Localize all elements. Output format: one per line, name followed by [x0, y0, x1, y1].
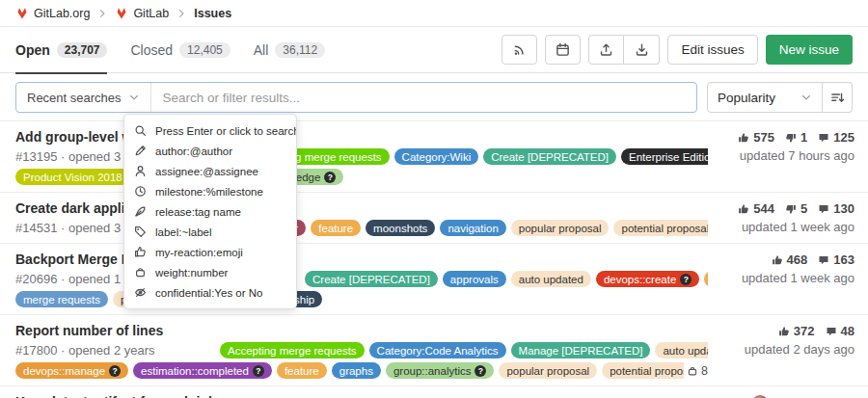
issue-title[interactable]: Keep latest artifact for each job: [15, 394, 708, 398]
pencil-icon: [134, 145, 147, 157]
comment-icon: [818, 132, 829, 144]
issue-label[interactable]: Manage [DEPRECATED]: [511, 342, 651, 358]
tab-open[interactable]: Open 23,707: [15, 27, 107, 73]
downvotes: 1: [785, 130, 807, 145]
updated-timestamp: updated 2 days ago: [708, 342, 854, 357]
issue-label[interactable]: devops::manage?: [15, 362, 128, 379]
issue-title[interactable]: Report number of lines: [15, 323, 708, 338]
issue-label[interactable]: auto updated: [655, 342, 708, 358]
weight-icon: [687, 365, 698, 377]
updated-timestamp: updated 7 hours ago: [708, 148, 854, 163]
comments-count: 130: [818, 201, 854, 216]
download-icon: [635, 42, 649, 57]
issue-label[interactable]: potential proposal: [613, 220, 708, 236]
issue-label[interactable]: popular proposal: [511, 220, 610, 236]
filter-option-confidential[interactable]: confidential:Yes or No: [124, 282, 296, 303]
search-input[interactable]: [151, 91, 696, 105]
rocket-icon: [134, 205, 147, 218]
issue-label[interactable]: estimation::completed?: [133, 362, 272, 379]
issue-label[interactable]: Create [DEPRECATED]: [305, 271, 438, 287]
scoped-label-help-icon[interactable]: ?: [253, 365, 264, 377]
issue-label[interactable]: Category:Wiki: [394, 148, 479, 165]
upvotes: 468: [772, 252, 808, 267]
issue-label[interactable]: navigation: [440, 220, 505, 236]
issue-meta: #17800 · opened 2 years: [15, 343, 220, 358]
issue-title[interactable]: Backport Merge Reque: [15, 252, 708, 267]
import-export-group: [588, 35, 660, 65]
filter-option-search[interactable]: Press Enter or click to search: [124, 120, 296, 141]
comment-icon: [818, 254, 829, 266]
issue-label[interactable]: Create [DEPRECATED]: [483, 148, 616, 165]
filter-option-release[interactable]: release:tag name: [124, 201, 296, 222]
issue-label[interactable]: feature: [277, 362, 327, 379]
upvotes: 575: [738, 130, 774, 145]
issue-title[interactable]: Create dark application: [15, 200, 708, 216]
recent-searches-dropdown[interactable]: Recent searches: [16, 83, 151, 112]
edit-issues-button[interactable]: Edit issues: [667, 35, 757, 65]
filter-option-author[interactable]: author:@author: [124, 141, 296, 161]
eye-slash-icon: [134, 286, 147, 299]
issue-label[interactable]: Product Vision 2018: [15, 169, 130, 185]
issue-title[interactable]: Add group-level wiki: [15, 129, 708, 145]
issue-stats: 544 5 130: [708, 201, 854, 216]
thumb-up-icon: [738, 203, 749, 215]
weight-indicator: 8: [687, 364, 708, 378]
scoped-label-help-icon[interactable]: ?: [324, 172, 336, 183]
rss-icon: [512, 42, 527, 57]
upload-icon: [599, 42, 613, 57]
gitlab-logo-icon: [15, 7, 29, 20]
clock-icon: [134, 185, 147, 198]
filter-option-weight[interactable]: weight:number: [124, 262, 296, 282]
comment-icon: [818, 203, 829, 215]
updated-timestamp: updated 1 week ago: [708, 271, 854, 285]
breadcrumb-separator-icon: [96, 8, 108, 19]
issue-label[interactable]: popular proposal: [499, 362, 597, 379]
issue-label[interactable]: approvals: [443, 271, 506, 287]
new-issue-button[interactable]: New issue: [766, 35, 853, 65]
thumb-up-icon: [738, 132, 749, 144]
filter-option-milestone[interactable]: milestone:%milestone: [124, 181, 296, 201]
weight-icon: [134, 266, 147, 279]
breadcrumb-item-group[interactable]: GitLab.org: [15, 7, 90, 20]
issue-label[interactable]: feature: [311, 220, 361, 236]
issue-label[interactable]: moonshots: [366, 220, 435, 236]
scoped-label-help-icon[interactable]: ?: [680, 274, 692, 285]
sort-direction-button[interactable]: [823, 82, 853, 113]
calendar-icon: [556, 42, 570, 57]
sort-descending-icon: [830, 91, 845, 105]
filter-suggestions-dropdown: Press Enter or click to search author:@a…: [123, 114, 297, 309]
tab-closed[interactable]: Closed 12,405: [130, 27, 230, 73]
scoped-label-help-icon[interactable]: ?: [475, 365, 486, 377]
import-issues-button[interactable]: [624, 35, 660, 65]
rss-feed-button[interactable]: [502, 35, 537, 65]
comments-count: 163: [818, 252, 854, 267]
issue-label[interactable]: group::analytics?: [386, 362, 495, 379]
updated-timestamp: updated 1 week ago: [708, 220, 854, 234]
comments-count: 48: [826, 324, 854, 338]
filter-option-my-reaction[interactable]: my-reaction:emoji: [124, 242, 296, 262]
upvotes: 372: [778, 324, 815, 338]
issue-row: Keep latest artifact for each job #16267…: [0, 386, 868, 398]
issue-label[interactable]: auto updated: [511, 271, 591, 287]
filter-option-label[interactable]: label:~label: [124, 222, 296, 242]
issue-label[interactable]: Enterprise Edition: [621, 148, 708, 165]
issue-label[interactable]: potential proposal: [602, 362, 684, 379]
breadcrumb: GitLab.org GitLab Issues: [0, 0, 868, 27]
scoped-label-help-icon[interactable]: ?: [109, 365, 121, 377]
all-count-badge: 36,112: [275, 42, 325, 58]
sort-by-dropdown[interactable]: Popularity: [707, 82, 823, 113]
calendar-button[interactable]: [545, 35, 581, 65]
chevron-down-icon: [800, 92, 812, 103]
issue-label[interactable]: Category:Code Analytics: [369, 342, 506, 358]
issue-label[interactable]: merge requests: [15, 291, 108, 307]
sort-controls: Popularity: [707, 82, 853, 113]
breadcrumb-item-issues[interactable]: Issues: [194, 7, 231, 20]
issue-label[interactable]: graphs: [332, 362, 381, 379]
issue-label[interactable]: Accepting merge requests: [220, 342, 365, 358]
export-issues-button[interactable]: [588, 35, 624, 65]
tab-all[interactable]: All 36,112: [254, 27, 325, 73]
issue-label[interactable]: devops::create?: [596, 271, 699, 287]
downvotes: 5: [785, 201, 807, 216]
breadcrumb-item-project[interactable]: GitLab: [115, 7, 169, 20]
filter-option-assignee[interactable]: assignee:@assignee: [124, 161, 296, 181]
